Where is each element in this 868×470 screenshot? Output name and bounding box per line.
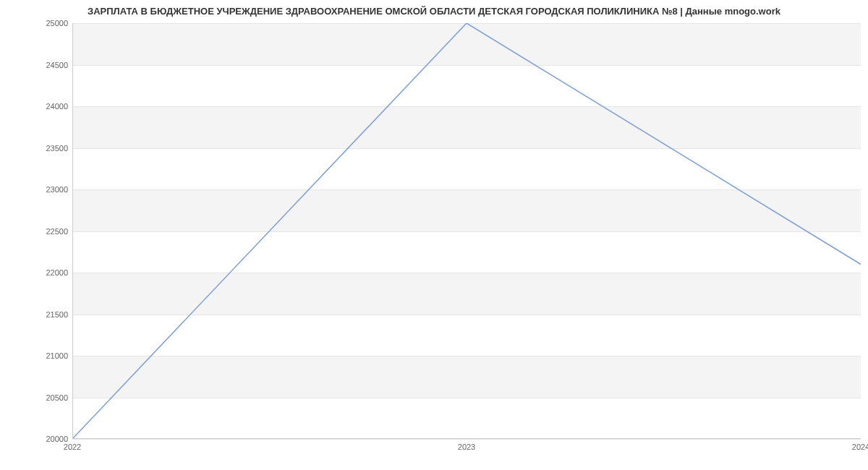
chart-title: ЗАРПЛАТА В БЮДЖЕТНОЕ УЧРЕЖДЕНИЕ ЗДРАВООХ… (0, 6, 868, 17)
y-tick-label: 21500 (25, 310, 68, 319)
x-tick-label: 2024 (852, 443, 868, 451)
x-tick-label: 2022 (64, 443, 81, 451)
y-tick-label: 20500 (25, 393, 68, 402)
y-tick-label: 21000 (25, 351, 68, 360)
y-tick-label: 22000 (25, 268, 68, 277)
y-tick-label: 25000 (25, 19, 68, 27)
y-tick-label: 20000 (25, 435, 68, 443)
line-series (72, 23, 861, 439)
y-tick-label: 22500 (25, 227, 68, 236)
x-tick-label: 2023 (458, 443, 475, 451)
plot-area (72, 23, 861, 439)
y-axis-line (72, 23, 73, 439)
gridline (72, 439, 861, 440)
y-tick-label: 23500 (25, 144, 68, 153)
y-tick-label: 24500 (25, 61, 68, 69)
x-axis-line (72, 438, 861, 439)
y-tick-label: 23000 (25, 185, 68, 194)
chart-container: ЗАРПЛАТА В БЮДЖЕТНОЕ УЧРЕЖДЕНИЕ ЗДРАВООХ… (0, 0, 868, 470)
y-tick-label: 24000 (25, 102, 68, 111)
